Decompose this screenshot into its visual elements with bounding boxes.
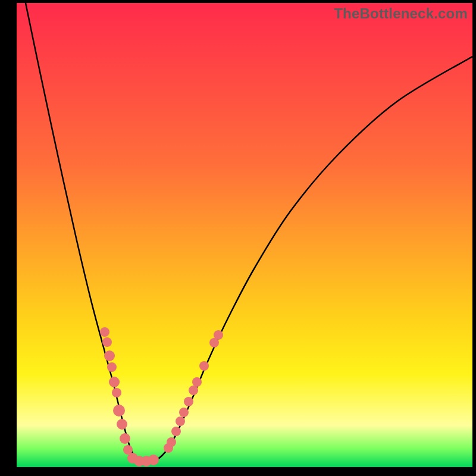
chart-frame: TheBottleneck.com — [0, 0, 476, 476]
curve-layer — [17, 3, 472, 467]
bottleneck-curve — [26, 3, 472, 462]
dot — [184, 397, 193, 406]
highlight-dots — [100, 327, 223, 466]
dot — [109, 377, 120, 387]
dot — [214, 330, 223, 340]
dot — [192, 377, 202, 387]
dot — [107, 362, 117, 372]
dot — [171, 427, 181, 436]
dot — [148, 455, 159, 465]
dot — [104, 350, 115, 361]
dot — [189, 386, 198, 395]
dot — [167, 437, 176, 447]
dot — [117, 419, 127, 430]
dot — [199, 361, 209, 371]
dot — [113, 405, 125, 416]
dot — [102, 337, 112, 347]
plot-area: TheBottleneck.com — [17, 3, 472, 467]
dot — [100, 327, 109, 337]
dot — [120, 433, 130, 444]
dot — [179, 408, 189, 417]
dot — [176, 416, 185, 426]
dot — [112, 388, 121, 397]
